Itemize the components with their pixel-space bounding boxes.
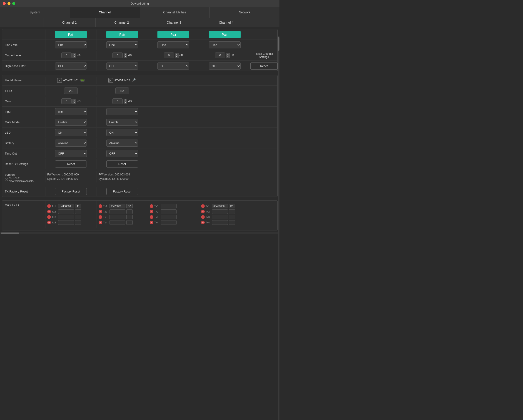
hpf-select-1[interactable]: OFFON [55,63,87,70]
output-down-4[interactable]: ▼ [226,56,230,58]
multi-tx-minus-2-2[interactable]: − [98,210,102,214]
factory-reset-button-2[interactable]: Factory Reset [106,188,138,195]
multi-tx-id-4-2[interactable] [212,209,228,214]
multi-tx-code-1-4[interactable] [75,220,81,225]
multi-tx-minus-2-3[interactable]: − [98,215,102,219]
multi-tx-code-2-2[interactable] [126,209,133,214]
multi-tx-id-2-2[interactable] [109,209,125,214]
tab-channel[interactable]: Channel [70,7,140,18]
input-select-1[interactable]: MicLine [55,108,87,115]
mute-mode-select-1[interactable]: EnableDisable [55,119,87,126]
pair-button-1[interactable]: Pair [55,31,87,38]
multi-tx-id-2-1[interactable] [109,204,125,208]
scrollbar-track[interactable] [278,36,279,420]
multi-tx-minus-3-3[interactable]: − [150,215,153,219]
output-input-4[interactable] [215,52,225,58]
minimize-button[interactable] [8,2,10,5]
multi-tx-minus-4-3[interactable]: − [201,215,205,219]
multi-tx-minus-2-1[interactable]: − [98,204,102,208]
multi-tx-minus-4-4[interactable]: − [201,221,205,224]
multi-tx-code-2-4[interactable] [126,220,133,225]
pair-button-2[interactable]: Pair [106,31,138,38]
output-input-2[interactable] [113,52,123,58]
output-down-1[interactable]: ▼ [73,56,76,58]
multi-tx-id-1-4[interactable] [58,220,74,225]
output-down-3[interactable]: ▼ [175,56,179,58]
multi-tx-minus-1-3[interactable]: − [47,215,51,219]
output-up-2[interactable]: ▲ [123,53,127,56]
output-down-2[interactable]: ▼ [123,56,127,58]
multi-tx-id-3-3[interactable] [161,215,177,219]
multi-tx-minus-3-1[interactable]: − [150,204,153,208]
close-button[interactable] [3,2,6,5]
multi-tx-code-1-1[interactable] [75,204,81,208]
multi-tx-id-1-3[interactable] [58,215,74,219]
hpf-select-2[interactable]: OFFON [106,63,138,70]
reset-channel-button[interactable]: Reset [250,63,278,70]
factory-reset-button-1[interactable]: Factory Reset [55,188,87,195]
multi-tx-id-3-1[interactable] [161,204,177,208]
multi-tx-id-4-1[interactable] [212,204,228,208]
output-up-3[interactable]: ▲ [175,53,179,56]
gain-down-1[interactable]: ▼ [73,101,76,104]
multi-tx-id-2-3[interactable] [109,215,125,219]
multi-tx-code-1-2[interactable] [75,209,81,214]
multi-tx-code-4-4[interactable] [229,220,235,225]
multi-tx-minus-3-2[interactable]: − [150,210,153,214]
scrollbar-thumb[interactable] [278,37,279,51]
battery-select-1[interactable]: AlkalineNiMH [55,140,87,147]
multi-tx-code-2-1[interactable] [126,204,133,208]
multi-tx-minus-4-2[interactable]: − [201,210,205,214]
line-mic-select-4[interactable]: LineMic [209,41,241,49]
multi-tx-code-4-2[interactable] [229,209,235,214]
tab-network[interactable]: Network [210,7,279,18]
output-input-3[interactable] [164,52,174,58]
reset-tx-button-1[interactable]: Reset [55,160,87,167]
multi-tx-code-1-3[interactable] [75,215,81,219]
time-out-select-1[interactable]: OFF30 min [55,150,87,157]
scrollbar-h-thumb[interactable] [1,232,19,234]
multi-tx-minus-1-1[interactable]: − [47,204,51,208]
hpf-select-4[interactable]: OFFON [209,63,241,70]
line-mic-select-3[interactable]: LineMic [157,41,189,49]
gain-input-1[interactable] [61,99,72,104]
hpf-select-3[interactable]: OFFON [157,63,189,70]
gain-up-1[interactable]: ▲ [73,99,76,101]
multi-tx-id-4-3[interactable] [212,215,228,219]
multi-tx-id-1-2[interactable] [58,209,74,214]
time-out-select-2[interactable]: OFF30 min [106,150,138,157]
multi-tx-minus-1-2[interactable]: − [47,210,51,214]
multi-tx-code-2-3[interactable] [126,215,133,219]
output-up-1[interactable]: ▲ [73,53,76,56]
led-select-1[interactable]: ONOFF [55,129,87,136]
multi-tx-id-3-4[interactable] [161,220,177,225]
gain-input-2[interactable] [113,99,123,104]
pair-button-3[interactable]: Pair [157,31,189,38]
output-up-4[interactable]: ▲ [226,53,230,56]
maximize-button[interactable] [12,2,15,5]
led-select-2[interactable]: ONOFF [106,129,138,136]
battery-select-2[interactable]: AlkalineNiMH [106,140,138,147]
multi-tx-id-1-1[interactable] [58,204,74,208]
tab-channel-utilities[interactable]: Channel Utilities [140,7,210,18]
line-mic-select-1[interactable]: LineMic [55,41,87,49]
multi-tx-id-3-2[interactable] [161,209,177,214]
multi-tx-id-4-4[interactable] [212,220,228,225]
multi-tx-minus-4-1[interactable]: − [201,204,205,208]
multi-tx-code-4-1[interactable] [229,204,235,208]
line-mic-select-2[interactable]: LineMic [106,41,138,49]
gain-up-2[interactable]: ▲ [123,99,127,101]
output-input-1[interactable] [61,52,72,58]
mute-mode-select-2[interactable]: EnableDisable [106,119,138,126]
gain-down-2[interactable]: ▼ [123,101,127,104]
tab-system[interactable]: System [0,7,70,18]
multi-tx-id-2-4[interactable] [109,220,125,225]
multi-tx-minus-3-4[interactable]: − [150,221,153,224]
horizontal-scrollbar[interactable] [0,232,279,234]
multi-tx-minus-2-4[interactable]: − [98,221,102,224]
multi-tx-code-4-3[interactable] [229,215,235,219]
multi-tx-minus-1-4[interactable]: − [47,221,51,224]
input-select-2[interactable] [106,108,138,115]
reset-tx-button-2[interactable]: Reset [106,160,138,167]
pair-button-4[interactable]: Pair [209,31,241,38]
